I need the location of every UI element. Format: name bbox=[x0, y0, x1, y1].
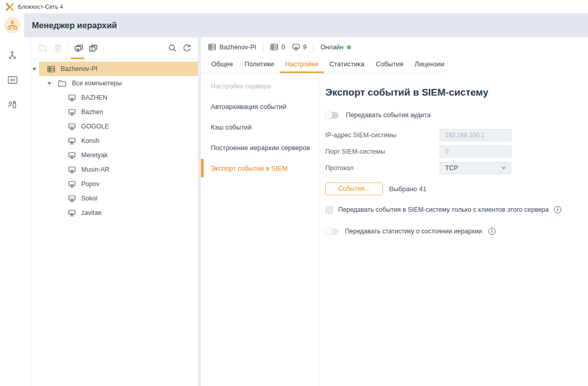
info-icon[interactable] bbox=[554, 206, 561, 213]
protocol-value: TCP bbox=[445, 164, 458, 172]
expand-arrow-icon[interactable] bbox=[47, 82, 51, 85]
toggle-knob bbox=[325, 112, 333, 119]
audit-toggle-label: Передавать события аудита bbox=[346, 112, 431, 119]
tab-litsenzii[interactable]: Лицензии bbox=[409, 57, 450, 73]
computers-view-button[interactable] bbox=[71, 41, 86, 56]
page-title: Менеджер иерархий bbox=[32, 21, 117, 30]
tab-statistika[interactable]: Статистика bbox=[324, 57, 370, 73]
siem-export-content: Экспорт событий в SIEM-систему Передават… bbox=[319, 73, 588, 386]
tree-row-computer[interactable]: Musin-AR bbox=[31, 162, 198, 177]
rail-deployment-button[interactable] bbox=[4, 47, 21, 63]
menu-item-siem-export[interactable]: Экспорт событий в SIEM bbox=[201, 158, 319, 178]
stats-toggle[interactable] bbox=[325, 228, 339, 235]
computer-name: Musin-AR bbox=[81, 166, 109, 173]
content-title: Экспорт событий в SIEM-систему bbox=[325, 87, 588, 98]
archive-box-icon bbox=[8, 76, 17, 84]
port-label: Порт SIEM-системы bbox=[325, 148, 439, 155]
tree-row-computer[interactable]: zavitae bbox=[31, 206, 198, 220]
server-name: Bazhenov-PI bbox=[219, 44, 256, 51]
tab-obschee[interactable]: Общее bbox=[206, 57, 239, 73]
active-view-underline bbox=[71, 58, 84, 59]
settings-menu: Настройки сервера Автоархивация событий … bbox=[201, 73, 319, 386]
computer-name: zavitae bbox=[81, 209, 102, 216]
protocol-select[interactable]: TCP bbox=[439, 162, 511, 174]
info-icon[interactable] bbox=[488, 228, 495, 235]
app-logo-icon bbox=[6, 3, 14, 11]
delete-button[interactable] bbox=[50, 41, 65, 56]
tree-row-computer[interactable]: GOGOLE bbox=[31, 119, 198, 134]
computer-icon bbox=[68, 195, 76, 202]
tree-row-group[interactable]: Все компьютеры bbox=[31, 76, 198, 90]
protocol-row: Протокол TCP bbox=[325, 160, 588, 176]
rail-hierarchy-manager-button[interactable] bbox=[4, 17, 21, 33]
computer-icon bbox=[68, 123, 76, 130]
servers-count: 0 bbox=[282, 44, 285, 51]
clients-only-row: Передавать события в SIEM-систему только… bbox=[325, 205, 588, 214]
computer-name: BAZHEN bbox=[81, 94, 107, 101]
tab-nastroyki[interactable]: Настройки bbox=[280, 57, 324, 73]
settings-menu-section: Настройки сервера bbox=[201, 76, 319, 96]
port-row: Порт SIEM-системы bbox=[325, 143, 588, 160]
computer-icon bbox=[68, 109, 76, 116]
tab-sobytiya[interactable]: События bbox=[370, 57, 409, 73]
tree-row-computer[interactable]: Konsh bbox=[31, 134, 198, 148]
events-button-row: События... Выбрано 41 bbox=[325, 182, 588, 195]
stats-toggle-row: Передавать статистику о состоянии иерарх… bbox=[325, 227, 588, 236]
computer-name: GOGOLE bbox=[81, 123, 109, 130]
toggle-knob bbox=[325, 228, 333, 235]
tree-row-computer[interactable]: BAZHEN bbox=[31, 90, 198, 105]
ip-input[interactable] bbox=[439, 129, 511, 141]
delete-icon bbox=[54, 44, 61, 52]
add-folder-icon bbox=[39, 44, 48, 52]
usb-devices-icon bbox=[8, 100, 17, 109]
computer-tree: Bazhenov-PI Все компьютеры BAZHEN Bazhen… bbox=[31, 59, 198, 220]
tree-row-computer[interactable]: Bazhen bbox=[31, 105, 198, 119]
hierarchy-tree-panel: Bazhenov-PI Все компьютеры BAZHEN Bazhen… bbox=[31, 38, 198, 386]
computer-icon bbox=[68, 138, 76, 144]
hierarchy-view-button[interactable] bbox=[86, 41, 100, 56]
tree-toolbar bbox=[31, 38, 198, 59]
events-button[interactable]: События... bbox=[325, 182, 383, 195]
tree-row-server[interactable]: Bazhenov-PI bbox=[31, 62, 198, 76]
ip-row: IP-адрес SIEM-системы bbox=[325, 127, 588, 143]
rail-archive-button[interactable] bbox=[4, 71, 21, 88]
add-folder-button[interactable] bbox=[36, 41, 50, 56]
rail-devices-button[interactable] bbox=[4, 96, 21, 113]
header-divider bbox=[313, 42, 314, 52]
tree-row-computer[interactable]: Sokol bbox=[31, 191, 198, 206]
page-header: Менеджер иерархий bbox=[24, 13, 588, 38]
computers-count-item: 9 bbox=[292, 44, 307, 51]
clients-only-checkbox[interactable] bbox=[325, 206, 333, 214]
clients-only-label: Передавать события в SIEM-систему только… bbox=[338, 206, 549, 213]
tree-search-button[interactable] bbox=[165, 41, 179, 56]
computer-icon bbox=[68, 181, 76, 188]
port-input[interactable] bbox=[439, 145, 511, 158]
server-icon bbox=[270, 44, 278, 50]
server-header: Bazhenov-PI 0 9 Онлайн bbox=[201, 38, 588, 57]
computers-count: 9 bbox=[303, 44, 307, 51]
menu-item-hierarchy-build[interactable]: Построение иерархии серверов bbox=[201, 137, 319, 158]
expand-arrow-icon[interactable] bbox=[32, 68, 36, 70]
audit-events-toggle[interactable] bbox=[325, 112, 339, 119]
protocol-label: Протокол bbox=[325, 164, 439, 172]
servers-count-item: 0 bbox=[270, 44, 285, 51]
tree-row-computer[interactable]: Popov bbox=[31, 177, 198, 191]
server-icon bbox=[47, 66, 55, 72]
computer-name: Bazhen bbox=[81, 108, 103, 116]
ip-label: IP-адрес SIEM-системы bbox=[325, 132, 439, 139]
hierarchy-view-icon bbox=[89, 45, 98, 52]
refresh-icon bbox=[183, 44, 191, 52]
audit-toggle-row: Передавать события аудита bbox=[325, 110, 588, 120]
online-status-dot bbox=[347, 45, 351, 49]
menu-item-events-cache[interactable]: Кэш событий bbox=[201, 117, 319, 137]
tree-refresh-button[interactable] bbox=[179, 41, 194, 56]
tree-row-computer[interactable]: Meretyak bbox=[31, 148, 198, 162]
hierarchy-icon bbox=[7, 21, 17, 30]
menu-item-autoarchive[interactable]: Автоархивация событий bbox=[201, 96, 319, 117]
tree-group-label: Все компьютеры bbox=[72, 80, 122, 87]
computer-name: Konsh bbox=[81, 137, 99, 144]
tab-politiki[interactable]: Политики bbox=[239, 57, 280, 73]
server-name-item: Bazhenov-PI bbox=[208, 44, 256, 51]
header-divider bbox=[263, 42, 264, 52]
nav-rail bbox=[0, 13, 24, 386]
